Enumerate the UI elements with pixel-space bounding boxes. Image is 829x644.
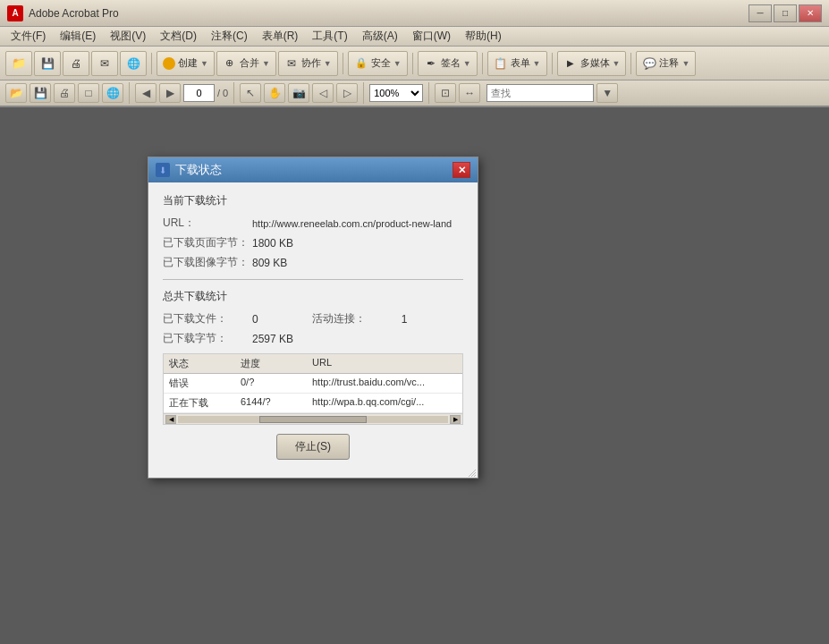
menu-help[interactable]: 帮助(H) xyxy=(458,27,509,46)
sign-icon xyxy=(424,56,438,71)
create-icon xyxy=(163,57,175,70)
search-input[interactable] xyxy=(486,84,594,102)
dialog-close-button[interactable]: ✕ xyxy=(453,162,470,178)
total-bytes-value: 2597 KB xyxy=(252,333,293,345)
multimedia-icon xyxy=(563,56,578,71)
separator-4 xyxy=(482,53,483,74)
search-next-button[interactable]: ▷ xyxy=(336,83,358,103)
image-bytes-label: 已下载图像字节： xyxy=(163,255,252,270)
table-header: 状态 进度 URL xyxy=(164,354,462,374)
scroll-thumb[interactable] xyxy=(259,416,368,423)
app-window: A Adobe Acrobat Pro ─ □ ✕ 文件(F) 编辑(E) 视图… xyxy=(0,0,829,644)
page-total: / 0 xyxy=(217,88,228,98)
col-progress-header: 进度 xyxy=(241,357,312,370)
nav-open-file-button[interactable]: 📂 xyxy=(5,83,27,103)
table-row: 正在下载 6144/? http://wpa.b.qq.com/cgi/... xyxy=(164,394,462,413)
globe-icon xyxy=(126,56,140,71)
nav-prev-button[interactable]: ◀ xyxy=(135,83,156,103)
nav-web-button[interactable]: 🌐 xyxy=(102,83,123,103)
row1-url: http://trust.baidu.com/vc... xyxy=(312,377,457,390)
zoom-select[interactable]: 100% xyxy=(369,84,423,102)
collaborate-dropdown-icon: ▼ xyxy=(324,59,332,68)
snapshot-tool-button[interactable]: 📷 xyxy=(288,83,309,103)
forms-icon xyxy=(494,56,508,71)
menu-edit[interactable]: 编辑(E) xyxy=(53,27,103,46)
print-button[interactable] xyxy=(63,51,89,76)
secure-button[interactable]: 🔒 安全 ▼ xyxy=(348,51,408,76)
separator-3 xyxy=(412,53,413,74)
section-divider-1 xyxy=(163,279,463,280)
menu-view[interactable]: 视图(V) xyxy=(103,27,153,46)
app-title: Adobe Acrobat Pro xyxy=(29,7,749,20)
nav-print-button[interactable]: 🖨 xyxy=(54,83,75,103)
col-url-header: URL xyxy=(312,357,457,370)
multimedia-button[interactable]: 多媒体 ▼ xyxy=(557,51,627,76)
menu-document[interactable]: 文档(D) xyxy=(153,27,204,46)
create-button[interactable]: 创建 ▼ xyxy=(156,51,215,76)
search-prev-button[interactable]: ◁ xyxy=(312,83,334,103)
fit-width-button[interactable]: ↔ xyxy=(459,83,480,103)
col-status-header: 状态 xyxy=(169,357,241,370)
scroll-right-button[interactable]: ▶ xyxy=(450,415,461,424)
forms-dropdown-icon: ▼ xyxy=(533,59,541,68)
print-icon xyxy=(69,56,83,71)
forms-button[interactable]: 表单 ▼ xyxy=(487,51,547,76)
nav-properties-button[interactable]: □ xyxy=(78,83,99,103)
resize-handle[interactable] xyxy=(467,467,476,476)
scroll-left-button[interactable]: ◀ xyxy=(165,415,176,424)
svg-line-2 xyxy=(474,475,476,477)
minimize-button[interactable]: ─ xyxy=(749,4,772,22)
collaborate-icon xyxy=(284,56,299,71)
row2-progress: 6144/? xyxy=(241,396,312,410)
active-connections-value: 1 xyxy=(402,313,408,326)
menu-comments[interactable]: 注释(C) xyxy=(204,27,255,46)
nav-next-button[interactable]: ▶ xyxy=(159,83,181,103)
separator-6 xyxy=(630,53,631,74)
merge-icon: ⊕ xyxy=(223,56,237,71)
total-bytes-row: 已下载字节： 2597 KB xyxy=(163,331,463,346)
fit-page-button[interactable]: ⊡ xyxy=(435,83,456,103)
scroll-track[interactable] xyxy=(178,416,448,423)
select-tool-button[interactable]: ↖ xyxy=(240,83,261,103)
row1-progress: 0/? xyxy=(241,377,312,390)
menu-window[interactable]: 窗口(W) xyxy=(405,27,458,46)
sign-button[interactable]: 签名 ▼ xyxy=(418,51,478,76)
lock-icon: 🔒 xyxy=(354,56,368,71)
nav-save-button[interactable]: 💾 xyxy=(30,83,51,103)
search-dropdown-button[interactable]: ▼ xyxy=(596,83,618,103)
email-button[interactable] xyxy=(91,51,118,76)
menu-forms[interactable]: 表单(R) xyxy=(255,27,306,46)
active-connections-label: 活动连接： xyxy=(312,311,402,326)
files-row: 已下载文件： 0 活动连接： 1 xyxy=(163,311,463,326)
maximize-button[interactable]: □ xyxy=(774,4,797,22)
close-button[interactable]: ✕ xyxy=(799,4,822,22)
download-status-dialog: ⬇ 下载状态 ✕ 当前下载统计 URL： http://www.reneelab… xyxy=(148,157,478,479)
title-bar: A Adobe Acrobat Pro ─ □ ✕ xyxy=(0,0,829,27)
save-button[interactable] xyxy=(34,51,61,76)
secure-dropdown-icon: ▼ xyxy=(393,59,402,68)
nav-separator-1 xyxy=(129,82,130,104)
menu-advanced[interactable]: 高级(A) xyxy=(355,27,405,46)
annotate-button[interactable]: 注释 ▼ xyxy=(636,51,696,76)
page-bytes-value: 1800 KB xyxy=(252,237,293,250)
stop-button[interactable]: 停止(S) xyxy=(276,434,350,460)
app-icon: A xyxy=(7,5,23,21)
collaborate-button[interactable]: 协作 ▼ xyxy=(278,51,338,76)
url-row: URL： http://www.reneelab.com.cn/product-… xyxy=(163,216,463,231)
horizontal-scrollbar[interactable]: ◀ ▶ xyxy=(164,413,462,424)
window-controls: ─ □ ✕ xyxy=(749,4,822,22)
hand-tool-button[interactable]: ✋ xyxy=(264,83,285,103)
folder-icon xyxy=(12,56,26,71)
annotate-icon xyxy=(642,56,656,71)
main-toolbar: 创建 ▼ ⊕ 合并 ▼ 协作 ▼ 🔒 安全 ▼ 签名 ▼ 表单 ▼ xyxy=(0,47,829,80)
merge-button[interactable]: ⊕ 合并 ▼ xyxy=(216,51,276,76)
page-number-input[interactable] xyxy=(183,84,215,102)
menu-file[interactable]: 文件(F) xyxy=(4,27,53,46)
menu-tools[interactable]: 工具(T) xyxy=(305,27,354,46)
dialog-icon: ⬇ xyxy=(156,163,170,177)
globe-button[interactable] xyxy=(120,51,147,76)
open-button[interactable] xyxy=(5,51,32,76)
image-bytes-value: 809 KB xyxy=(252,257,287,269)
row2-status: 正在下载 xyxy=(169,396,241,410)
separator-5 xyxy=(552,53,553,74)
